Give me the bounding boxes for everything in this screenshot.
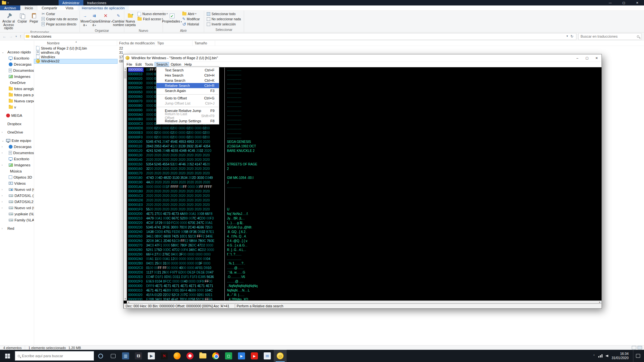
menu-tools[interactable]: Tools <box>143 62 155 67</box>
hex-row[interactable]: 000002E0ED4F D1F1 0D91 D311 D1F1 F1F3 E3… <box>128 275 601 279</box>
sidebar-item-descargas[interactable]: Descargas <box>0 61 34 67</box>
task-view-button[interactable] <box>107 354 119 358</box>
taskbar-app-chrome[interactable] <box>209 350 222 362</box>
copy-button[interactable]: Copiar <box>16 11 28 29</box>
invert-selection-button[interactable]: Invertir selección <box>205 22 242 27</box>
up-button[interactable]: ↑ <box>20 34 22 39</box>
menu-option[interactable]: Option <box>169 62 183 67</box>
volume-icon[interactable] <box>606 355 608 357</box>
windhex-close-button[interactable]: ✕ <box>592 54 601 61</box>
network-icon[interactable] <box>598 354 602 357</box>
menu-edit[interactable]: Edit <box>134 62 143 67</box>
expand-chevron-icon[interactable]: › <box>2 188 3 191</box>
hex-row[interactable]: 000000E00000 0200 0000 0200 0000 0200 00… <box>128 131 601 135</box>
taskbar-app-media[interactable]: ▶ <box>235 350 248 362</box>
expand-chevron-icon[interactable]: ⌄ <box>2 51 4 54</box>
hex-bytes[interactable]: 04D1 2500 3100 0000 0000 0000 003F 0000 <box>146 261 223 266</box>
sidebar-item-documentos[interactable]: ›Documentos <box>0 150 34 156</box>
hex-row[interactable]: 0000032041FA 012D 22D2 52C8 207C 0000 02… <box>128 293 601 297</box>
windhex-minimize-button[interactable]: – <box>573 54 582 61</box>
new-folder-button[interactable]: Nueva carpeta <box>125 11 136 29</box>
expand-chevron-icon[interactable]: › <box>2 163 3 167</box>
hex-bytes[interactable]: 4C9F 1F29 0010 FC00 0000 670E 247C 00A1 <box>146 221 223 225</box>
expand-chevron-icon[interactable]: › <box>2 200 3 203</box>
file-name-cell[interactable]: WindHex <box>34 55 117 59</box>
scroll-left-icon[interactable]: ◄ <box>127 301 130 303</box>
hex-row[interactable]: 000001102843 2953 4547 4120 3139 3932 2E… <box>128 144 601 149</box>
hex-row[interactable]: 000001F05520 2020 2020 2020 2020 2020 20… <box>128 207 601 212</box>
hex-bytes[interactable]: 34C0 47F1 0000 5B8C 780F 26DC 47D2 0000 <box>146 243 223 248</box>
menu-item-goto-to-offset[interactable]: Goto to OffsetCtrl+G <box>156 96 219 101</box>
sidebar-item-documentos[interactable]: Documentos <box>0 67 34 73</box>
scroll-down-icon[interactable]: ▼ <box>124 297 127 301</box>
open-button[interactable]: Abrir▾ <box>181 11 201 16</box>
tray-overflow-chevron-icon[interactable]: ⌃ <box>593 354 595 357</box>
tab-archivo[interactable]: Archivo <box>0 5 20 10</box>
properties-button[interactable]: ✔ Propiedades▾ <box>164 11 180 29</box>
hex-bytes[interactable]: 5354 5245 4554 5320 4F46 2052 4147 4520 <box>146 162 223 167</box>
maximize-button[interactable]: ▢ <box>617 0 630 5</box>
hex-row[interactable]: 000001E02020 2020 2020 2020 2020 2020 20… <box>128 203 601 207</box>
hex-row[interactable]: 000002B004D1 2500 3100 0000 0000 0000 00… <box>128 261 601 266</box>
hex-bytes[interactable]: 0000 0200 0000 0200 0000 0200 0000 0200 <box>146 126 223 131</box>
tab-herramientas-de-aplicación[interactable]: Herramientas de aplicación <box>78 5 129 10</box>
hex-row[interactable]: 000001302020 2020 2020 2020 2020 2020 20… <box>128 153 601 158</box>
sidebar-item-im-genes[interactable]: ›Imágenes <box>0 162 34 168</box>
hex-bytes[interactable]: 5345 4741 2F0E 30B9 70D0 2C40 4E66 72E0 <box>146 225 223 230</box>
select-all-button[interactable]: Seleccionar todo <box>205 11 242 16</box>
hex-row[interactable]: 000000F00000 0200 0000 0200 0000 0200 00… <box>128 135 601 140</box>
hex-bytes[interactable]: E9E9 8104 8FCC 0000 0040 0000 00F9 FF00 <box>146 279 223 284</box>
hex-bytes[interactable]: E20B 3401 3242 4E41 70D0 0258 51C8 FFF6 <box>146 297 223 300</box>
menu-item-hex-search[interactable]: Hex SearchCtrl+H <box>156 73 219 78</box>
edit-button[interactable]: ✎Modificar <box>181 16 201 22</box>
details-view-button[interactable] <box>632 346 636 349</box>
menu-search[interactable]: Search <box>155 62 169 67</box>
hex-bytes[interactable]: 2020 2020 2020 2020 2020 2020 2020 2020 <box>146 194 223 198</box>
explorer-search-box[interactable] <box>578 33 641 40</box>
hex-bytes[interactable]: 474D 204D 4B2D 3130 3534 202D 3030 D349 <box>146 176 223 180</box>
recent-locations-caret-icon[interactable]: ▾ <box>15 35 17 38</box>
hex-bytes[interactable]: 0000 0200 0000 0200 0000 0200 0000 0200 <box>146 135 223 140</box>
hex-row[interactable]: 000001D02020 2020 2020 2020 2020 2020 20… <box>128 198 601 203</box>
hex-row[interactable]: 000002805281 175D 00DC 47D2 00F4 34BC 4C… <box>128 248 601 252</box>
windhex-maximize-button[interactable]: ▢ <box>582 54 592 61</box>
menu-item-text-search[interactable]: Text SearchCtrl+F <box>156 68 219 73</box>
hex-row[interactable]: 000002104A79 00A1 000C 667C 52B9 007C 4C… <box>128 216 601 221</box>
taskbar-app-windhex[interactable]: ☺ <box>274 350 287 362</box>
hex-row[interactable]: 000001B02020 2020 2020 2020 2020 2020 20… <box>128 189 601 194</box>
delete-button[interactable]: ✕ Eliminar▾ <box>99 11 112 29</box>
hex-row[interactable]: 000002204C9F 1F29 0010 FC00 0000 670E 24… <box>128 221 601 225</box>
sidebar-item-fotos-para-posts[interactable]: fotos para posts <box>0 92 34 98</box>
taskbar-app-film[interactable]: 🎞 <box>132 350 145 362</box>
sidebar-item-escritorio[interactable]: Escritorio <box>0 55 34 61</box>
hex-bytes[interactable]: ED4F D1F1 0D91 D311 D1F1 F1F3 E385 5636 <box>146 275 223 279</box>
paste-shortcut-button[interactable]: Pegar acceso directo <box>40 22 79 27</box>
taskbar-app-firefox[interactable] <box>171 350 184 362</box>
hex-row[interactable]: 000001603220 2020 2020 2020 2020 2020 20… <box>128 167 601 171</box>
hex-bytes[interactable]: 2020 2020 2020 2020 2020 2020 2020 2020 <box>146 171 223 176</box>
column-header-tamaño[interactable]: Tamaño <box>193 41 215 46</box>
hex-bytes[interactable]: 34E1 0B9C 6608 7425 10D1 51C8 FFF2 349E <box>146 234 223 239</box>
sidebar-item-fotos-arregladas-po[interactable]: fotos arregladas po <box>0 86 34 92</box>
sidebar-item-family-lacie-clc[interactable]: Family (\\LACIE-CLC <box>0 217 34 223</box>
pin-to-quick-access-button[interactable]: Anclar al Acceso rápido <box>1 11 16 30</box>
sidebar-item-mega[interactable]: MEGA <box>0 112 34 118</box>
hex-row[interactable]: 00000330E20B 3401 3242 4E41 70D0 0258 51… <box>128 297 601 300</box>
hex-bytes[interactable]: 0000 0000 001F FFFF 00FF 0000 00FF FFFF <box>146 185 223 189</box>
hex-bytes[interactable]: 1127 0021 2600 F977 ED00 DE1F DE1E D047 <box>146 270 223 275</box>
forward-button[interactable]: → <box>9 34 13 39</box>
cortana-button[interactable] <box>94 354 107 358</box>
copy-to-button[interactable]: ⇉ Copiar a▾ <box>90 11 99 29</box>
menu-item-jump-offset-list[interactable]: Jump Offset ListCtrl+J <box>156 101 219 106</box>
hex-row[interactable]: 0000026032D8 34C1 2D40 51C9 FFE2 5B8A 7B… <box>128 239 601 243</box>
sidebar-item-nuevo-vol-g-[interactable]: ›Nuevo vol (G:) <box>0 205 34 211</box>
rename-button[interactable]: ✎ Cambiar nombre <box>112 11 125 29</box>
menu-item-relative-search[interactable]: Relative SearchCtrl+R <box>156 83 219 88</box>
hex-row[interactable]: 00000300DFF9 4E71 4E71 4E71 4E71 4E71 4E… <box>128 284 601 288</box>
menu-file[interactable]: File <box>125 62 134 67</box>
expand-chevron-icon[interactable]: › <box>2 206 3 209</box>
taskbar-app-netflix[interactable]: N <box>158 350 171 362</box>
taskbar-search-box[interactable] <box>15 351 94 361</box>
refresh-icon[interactable]: ↻ <box>571 34 573 39</box>
column-header-fecha-de-modificación[interactable]: Fecha de modificación <box>117 41 155 46</box>
